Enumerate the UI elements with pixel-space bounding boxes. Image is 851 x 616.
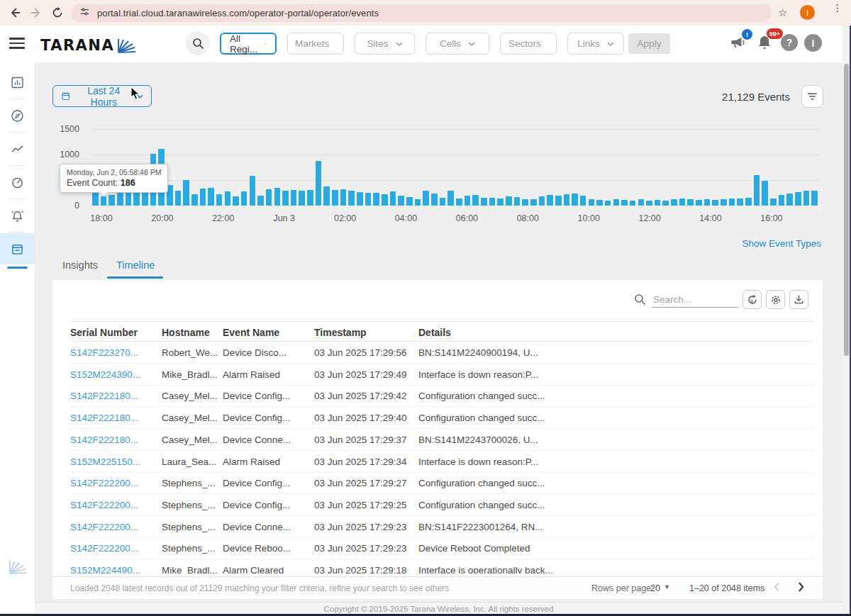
event-histogram[interactable] (92, 129, 820, 206)
histogram-bar[interactable] (472, 195, 479, 206)
column-header[interactable]: Timestamp (314, 327, 367, 338)
histogram-bar[interactable] (415, 199, 421, 206)
sidebar-item-spectrum[interactable] (0, 167, 35, 198)
histogram-bar[interactable] (481, 198, 487, 206)
serial-number-link[interactable]: S142F223270... (70, 347, 138, 358)
histogram-bar[interactable] (662, 201, 669, 206)
browser-back-icon[interactable] (4, 2, 26, 23)
histogram-bar[interactable] (687, 199, 694, 206)
histogram-bar[interactable] (721, 199, 727, 206)
filter-pill-sites[interactable]: Sites (355, 33, 415, 55)
sidebar-item-performance[interactable] (0, 133, 35, 164)
sidebar-item-alarms[interactable] (0, 200, 35, 231)
table-row[interactable]: S142F222180...Casey_Mel...Device Config.… (70, 385, 813, 407)
histogram-bar[interactable] (299, 191, 305, 206)
histogram-bar[interactable] (646, 201, 652, 206)
histogram-bar[interactable] (357, 192, 363, 206)
histogram-bar[interactable] (456, 198, 462, 206)
histogram-bar[interactable] (216, 194, 223, 206)
histogram-bar[interactable] (316, 161, 322, 206)
serial-number-link[interactable]: S152M224490... (70, 565, 140, 573)
histogram-bar[interactable] (530, 199, 537, 206)
filter-pill-allregi[interactable]: All Regi... (220, 33, 277, 55)
histogram-bar[interactable] (109, 195, 115, 206)
show-event-types-link[interactable]: Show Event Types (742, 238, 821, 249)
histogram-bar[interactable] (274, 188, 281, 206)
histogram-bar[interactable] (696, 200, 702, 206)
prev-page-button[interactable] (771, 581, 784, 596)
histogram-bar[interactable] (447, 191, 454, 206)
user-avatar[interactable]: I (804, 34, 822, 52)
table-row[interactable]: S142F222200...Stephens_...Device Conne..… (70, 516, 813, 538)
serial-number-link[interactable]: S142F222200... (70, 500, 138, 510)
browser-profile-avatar[interactable]: i (800, 5, 815, 20)
histogram-bar[interactable] (398, 196, 404, 206)
histogram-bar[interactable] (754, 175, 760, 206)
histogram-bar[interactable] (803, 191, 810, 206)
table-row[interactable]: S142F222200...Stephens_...Device Config.… (70, 472, 813, 494)
sidebar-item-network[interactable] (0, 100, 35, 131)
histogram-bar[interactable] (655, 200, 661, 206)
chart-filter-button[interactable] (801, 85, 823, 108)
histogram-bar[interactable] (390, 191, 396, 206)
histogram-bar[interactable] (175, 191, 182, 206)
histogram-bar[interactable] (564, 194, 570, 206)
histogram-bar[interactable] (811, 191, 818, 206)
histogram-bar[interactable] (497, 198, 504, 206)
page-scrollbar[interactable] (842, 26, 850, 615)
serial-number-link[interactable]: S142F222200... (70, 543, 138, 554)
histogram-bar[interactable] (795, 192, 801, 206)
table-row[interactable]: S142F222200...Stephens_...Device Config.… (70, 494, 813, 516)
histogram-bar[interactable] (208, 188, 214, 206)
histogram-bar[interactable] (522, 199, 528, 206)
table-settings-button[interactable] (766, 290, 785, 309)
browser-menu-icon[interactable]: ⋮ (833, 6, 841, 10)
histogram-bar[interactable] (332, 190, 338, 206)
menu-hamburger-icon[interactable] (9, 38, 25, 52)
histogram-bar[interactable] (770, 198, 777, 206)
histogram-bar[interactable] (200, 189, 206, 206)
histogram-bar[interactable] (191, 194, 198, 206)
histogram-bar[interactable] (786, 194, 793, 206)
histogram-bar[interactable] (737, 198, 743, 206)
next-page-button[interactable] (794, 581, 807, 596)
histogram-bar[interactable] (365, 193, 372, 206)
histogram-bar[interactable] (373, 193, 379, 206)
column-header[interactable]: Hostname (162, 327, 210, 338)
serial-number-link[interactable]: S142F222200... (70, 522, 138, 532)
table-row[interactable]: S142F222200...Stephens_...Device Reboo..… (70, 537, 813, 559)
filter-pill-links[interactable]: Links (567, 33, 624, 55)
histogram-bar[interactable] (92, 191, 99, 206)
histogram-bar[interactable] (671, 199, 677, 206)
download-button[interactable] (789, 290, 808, 309)
browser-forward-icon[interactable] (26, 2, 47, 23)
serial-number-link[interactable]: S142F222180... (70, 413, 138, 423)
histogram-bar[interactable] (440, 198, 446, 206)
table-row[interactable]: S152M224490...Mike_Bradl...Alarm Cleared… (70, 559, 813, 573)
serial-number-link[interactable]: S142F222200... (70, 478, 138, 488)
global-search-button[interactable] (186, 31, 210, 55)
histogram-bar[interactable] (406, 197, 413, 206)
histogram-bar[interactable] (257, 196, 264, 206)
histogram-bar[interactable] (183, 180, 189, 206)
column-header[interactable]: Details (418, 327, 451, 338)
table-row[interactable]: S142F223270...Robert_We...Device Disco..… (70, 342, 813, 364)
histogram-bar[interactable] (729, 198, 735, 206)
rows-per-page-select[interactable]: 20 (650, 583, 660, 593)
sidebar-item-dashboard[interactable] (0, 67, 35, 98)
histogram-bar[interactable] (465, 196, 471, 206)
histogram-bar[interactable] (382, 194, 388, 206)
histogram-bar[interactable] (596, 200, 603, 206)
histogram-bar[interactable] (679, 198, 686, 206)
histogram-bar[interactable] (613, 199, 620, 206)
histogram-bar[interactable] (506, 196, 512, 206)
histogram-bar[interactable] (101, 196, 107, 206)
histogram-bar[interactable] (348, 191, 355, 206)
table-search-input[interactable] (652, 292, 738, 308)
table-row[interactable]: S142F222180...Casey_Mel...Device Conne..… (70, 429, 813, 451)
apply-button[interactable]: Apply (628, 33, 670, 54)
histogram-bar[interactable] (514, 197, 521, 206)
histogram-bar[interactable] (605, 201, 611, 206)
filter-pill-sectors[interactable]: Sectors (500, 33, 557, 55)
histogram-bar[interactable] (233, 196, 239, 206)
